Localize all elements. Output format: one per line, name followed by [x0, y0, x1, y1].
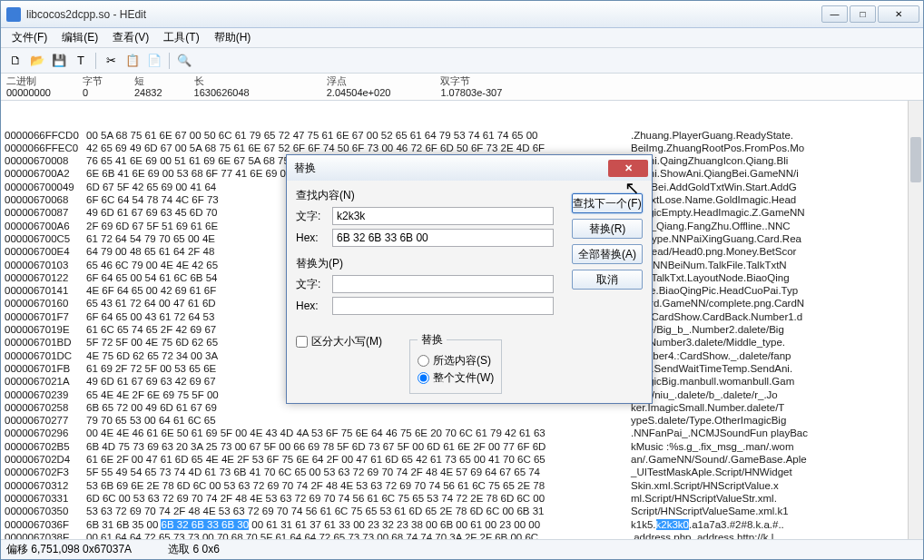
find-icon[interactable]: 🔍: [175, 52, 193, 70]
hex-row[interactable]: 00000670312 53 6B 69 6E 2E 78 6D 6C 00 5…: [5, 479, 923, 492]
dword-value: 1.07803e-307: [440, 87, 502, 99]
replace-hex-label: Hex:: [296, 300, 332, 312]
find-hex-label: Hex:: [296, 231, 332, 244]
hex-row[interactable]: 00000670296 00 4E 4E 46 61 6E 50 61 69 5…: [5, 427, 923, 439]
hex-row[interactable]: 000006702B5 6B 4D 75 73 69 63 20 3A 25 7…: [5, 440, 923, 453]
replace-all-button[interactable]: 全部替换(A): [572, 244, 643, 264]
open-icon[interactable]: 📂: [28, 52, 46, 70]
hex-row[interactable]: 0000066FFEC042 65 69 49 6D 67 00 5A 68 7…: [5, 142, 923, 154]
hex-row[interactable]: 000006702F3 5F 55 49 54 65 73 74 4D 61 7…: [5, 466, 923, 478]
hex-row[interactable]: 00000670331 6D 6C 00 53 63 72 69 70 74 2…: [5, 492, 923, 505]
dialog-titlebar: 替换 ✕: [287, 155, 652, 181]
short-value: 24832: [134, 87, 162, 99]
replace-dialog: 替换 ✕ 查找内容(N) 文字: Hex: 替换为(P) 文字: Hex: 查找…: [286, 154, 653, 404]
find-text-input[interactable]: [332, 207, 554, 225]
hex-row[interactable]: 0000067038E 00 61 64 64 72 65 73 73 00 7…: [5, 531, 923, 539]
replace-text-input[interactable]: [332, 275, 554, 293]
long-value: 1630626048: [194, 87, 250, 99]
float-label: 浮点: [327, 75, 391, 87]
scope-selection-radio[interactable]: 所选内容(S): [418, 353, 494, 368]
hex-row[interactable]: 00000670277 79 70 65 53 00 64 61 6C 65yp…: [5, 414, 923, 427]
hex-row[interactable]: 0000066FFCD000 5A 68 75 61 6E 67 00 50 6…: [5, 129, 923, 142]
menu-help[interactable]: 帮助(H): [207, 28, 259, 47]
binary-label: 二进制: [6, 75, 51, 87]
cancel-button[interactable]: 取消: [572, 270, 643, 290]
scope-legend: 替换: [418, 332, 447, 348]
long-label: 长: [194, 75, 250, 87]
find-next-button[interactable]: 查找下一个(F): [572, 193, 643, 213]
copy-icon[interactable]: 📋: [123, 52, 142, 70]
info-bar: 二进制00000000 字节0 短24832 长1630626048 浮点2.0…: [1, 74, 923, 101]
scrollbar[interactable]: [908, 101, 923, 539]
float-value: 2.04504e+020: [327, 87, 391, 99]
app-icon: [6, 7, 21, 22]
byte-value: 0: [83, 87, 103, 99]
hex-row[interactable]: 000006702D4 61 6E 2F 00 47 61 6D 65 4E 4…: [5, 453, 923, 466]
separator: [169, 53, 170, 69]
paste-icon[interactable]: 📄: [145, 52, 163, 70]
close-button[interactable]: ✕: [878, 5, 919, 23]
replace-button[interactable]: 替换(R): [572, 219, 643, 239]
scope-wholefile-radio[interactable]: 整个文件(W): [418, 370, 494, 386]
text-icon[interactable]: T: [72, 52, 90, 70]
menu-file[interactable]: 文件(F): [5, 28, 54, 47]
menu-tools[interactable]: 工具(T): [156, 28, 206, 47]
menu-edit[interactable]: 编辑(E): [54, 28, 105, 47]
replace-group-label: 替换为(P): [296, 256, 554, 271]
save-icon[interactable]: 💾: [50, 52, 68, 70]
menubar: 文件(F) 编辑(E) 查看(V) 工具(T) 帮助(H): [1, 28, 923, 48]
find-group-label: 查找内容(N): [296, 188, 554, 203]
find-hex-input[interactable]: [332, 229, 554, 247]
dialog-title: 替换: [294, 161, 608, 176]
toolbar: 🗋 📂 💾 T ✂ 📋 📄 🔍: [1, 48, 923, 74]
match-case-checkbox[interactable]: 区分大小写(M): [296, 334, 382, 349]
minimize-button[interactable]: —: [821, 5, 848, 23]
scope-fieldset: 替换 所选内容(S) 整个文件(W): [409, 332, 502, 394]
status-offset: 偏移 6,751,098 0x67037A: [6, 542, 132, 557]
titlebar: libcocos2dcpp.so - HEdit — □ ✕: [1, 1, 923, 28]
separator: [95, 53, 96, 69]
cut-icon[interactable]: ✂: [102, 52, 120, 70]
replace-text-label: 文字:: [296, 277, 332, 292]
dword-label: 双字节: [440, 75, 502, 87]
short-label: 短: [134, 75, 162, 87]
status-selection: 选取 6 0x6: [168, 542, 220, 557]
find-text-label: 文字:: [296, 209, 332, 224]
maximize-button[interactable]: □: [850, 5, 876, 23]
binary-value: 00000000: [6, 87, 51, 99]
menu-view[interactable]: 查看(V): [105, 28, 156, 47]
byte-label: 字节: [83, 75, 103, 87]
scroll-thumb[interactable]: [910, 137, 921, 182]
replace-hex-input[interactable]: [332, 297, 554, 315]
status-bar: 偏移 6,751,098 0x67037A 选取 6 0x6: [1, 539, 923, 559]
new-icon[interactable]: 🗋: [6, 52, 25, 70]
dialog-close-button[interactable]: ✕: [608, 160, 648, 177]
hex-row[interactable]: 00000670350 53 63 72 69 70 74 2F 48 4E 5…: [5, 505, 923, 517]
window-title: libcocos2dcpp.so - HEdit: [26, 8, 821, 21]
hex-row[interactable]: 0000067036F 6B 31 6B 35 00 6B 32 6B 33 6…: [5, 518, 923, 531]
